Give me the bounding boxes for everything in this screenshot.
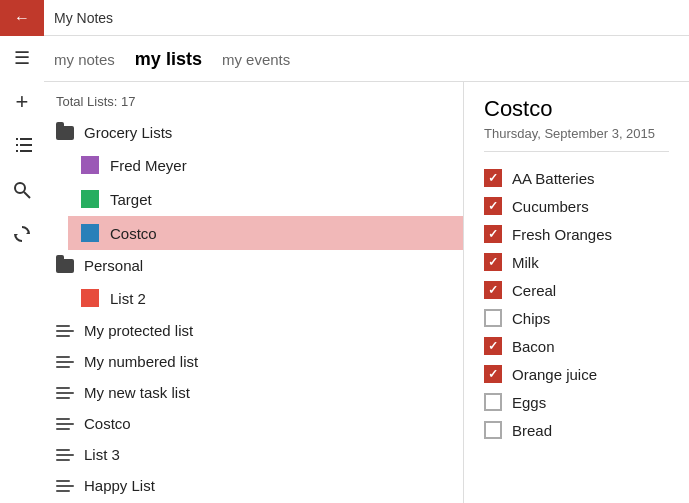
header: My Notes xyxy=(44,0,689,36)
total-count: Total Lists: 17 xyxy=(44,90,463,117)
list-item[interactable]: My numbered list xyxy=(44,346,463,377)
detail-panel: Costco Thursday, September 3, 2015 AA Ba… xyxy=(464,82,689,503)
main-area: My Notes my notes my lists my events Tot… xyxy=(44,0,689,503)
check-item[interactable]: AA Batteries xyxy=(484,164,669,192)
svg-rect-0 xyxy=(16,138,18,140)
svg-rect-4 xyxy=(16,150,18,152)
check-item-label: Milk xyxy=(512,254,539,271)
checkbox-bread[interactable] xyxy=(484,421,502,439)
svg-rect-3 xyxy=(20,144,32,146)
svg-line-7 xyxy=(24,192,30,198)
list-item[interactable]: Grocery Lists xyxy=(44,117,463,148)
tab-notes[interactable]: my notes xyxy=(54,51,115,76)
svg-point-6 xyxy=(15,183,25,193)
check-item-label: Bacon xyxy=(512,338,555,355)
list-item-label: My protected list xyxy=(84,322,193,339)
list-item[interactable]: Happy List xyxy=(44,470,463,501)
check-item-label: Fresh Oranges xyxy=(512,226,612,243)
list-item-label: List 3 xyxy=(84,446,120,463)
check-item[interactable]: Milk xyxy=(484,248,669,276)
checkbox-milk[interactable] xyxy=(484,253,502,271)
list-item[interactable]: My new task list xyxy=(44,377,463,408)
lines-icon xyxy=(56,356,74,368)
check-item[interactable]: Cereal xyxy=(484,276,669,304)
list-item-costco[interactable]: Costco xyxy=(68,216,463,250)
color-icon xyxy=(80,223,100,243)
list-item-label: Fred Meyer xyxy=(110,157,187,174)
list-item-label: Costco xyxy=(110,225,157,242)
checkbox-chips[interactable] xyxy=(484,309,502,327)
list-item-label: Personal xyxy=(84,257,143,274)
search-icon[interactable] xyxy=(0,168,44,212)
color-icon xyxy=(80,288,100,308)
list-item-label: Costco xyxy=(84,415,131,432)
check-item[interactable]: Bacon xyxy=(484,332,669,360)
checkbox-cucumbers[interactable] xyxy=(484,197,502,215)
check-item[interactable]: Chips xyxy=(484,304,669,332)
list-item[interactable]: Target xyxy=(68,182,463,216)
tab-events[interactable]: my events xyxy=(222,51,290,76)
checkbox-orange-juice[interactable] xyxy=(484,365,502,383)
add-icon[interactable]: + xyxy=(0,80,44,124)
list-icon[interactable] xyxy=(0,124,44,168)
check-item[interactable]: Fresh Oranges xyxy=(484,220,669,248)
check-item[interactable]: Eggs xyxy=(484,388,669,416)
content-area: Total Lists: 17 Grocery Lists Fred Meyer… xyxy=(44,82,689,503)
list-item[interactable]: Fred Meyer xyxy=(68,148,463,182)
list-item[interactable]: List 3 xyxy=(44,439,463,470)
check-item-label: AA Batteries xyxy=(512,170,595,187)
lists-panel: Total Lists: 17 Grocery Lists Fred Meyer… xyxy=(44,82,464,503)
color-icon xyxy=(80,189,100,209)
check-item-label: Cereal xyxy=(512,282,556,299)
tab-bar: my notes my lists my events xyxy=(44,36,689,82)
svg-rect-5 xyxy=(20,150,32,152)
folder-icon xyxy=(56,259,74,273)
lines-icon xyxy=(56,480,74,492)
check-item-label: Cucumbers xyxy=(512,198,589,215)
check-item[interactable]: Cucumbers xyxy=(484,192,669,220)
tab-lists[interactable]: my lists xyxy=(135,49,202,78)
list-item-label: Target xyxy=(110,191,152,208)
checkbox-fresh-oranges[interactable] xyxy=(484,225,502,243)
list-item-label: My numbered list xyxy=(84,353,198,370)
check-item[interactable]: Orange juice xyxy=(484,360,669,388)
color-swatch xyxy=(81,156,99,174)
detail-date: Thursday, September 3, 2015 xyxy=(484,126,669,152)
check-item-label: Bread xyxy=(512,422,552,439)
lines-icon xyxy=(56,325,74,337)
check-item-label: Chips xyxy=(512,310,550,327)
lines-icon xyxy=(56,449,74,461)
check-item-label: Orange juice xyxy=(512,366,597,383)
color-icon xyxy=(80,155,100,175)
back-button[interactable]: ← xyxy=(0,0,44,36)
color-swatch xyxy=(81,190,99,208)
checkbox-cereal[interactable] xyxy=(484,281,502,299)
checkbox-aa-batteries[interactable] xyxy=(484,169,502,187)
color-swatch xyxy=(81,289,99,307)
detail-title: Costco xyxy=(484,96,669,122)
check-item-label: Eggs xyxy=(512,394,546,411)
list-item[interactable]: My protected list xyxy=(44,315,463,346)
list-item-label: My new task list xyxy=(84,384,190,401)
color-swatch xyxy=(81,224,99,242)
list-item-label: Happy List xyxy=(84,477,155,494)
sidebar: ← ☰ + xyxy=(0,0,44,503)
svg-rect-2 xyxy=(16,144,18,146)
list-item-label: List 2 xyxy=(110,290,146,307)
lines-icon xyxy=(56,418,74,430)
list-item-label: Grocery Lists xyxy=(84,124,172,141)
lines-icon xyxy=(56,387,74,399)
sync-icon[interactable] xyxy=(0,212,44,256)
list-item[interactable]: Personal xyxy=(44,250,463,281)
svg-rect-1 xyxy=(20,138,32,140)
folder-icon xyxy=(56,126,74,140)
app-title: My Notes xyxy=(54,10,113,26)
check-item[interactable]: Bread xyxy=(484,416,669,444)
list-item[interactable]: List 2 xyxy=(68,281,463,315)
list-item[interactable]: Costco xyxy=(44,408,463,439)
checkbox-eggs[interactable] xyxy=(484,393,502,411)
checkbox-bacon[interactable] xyxy=(484,337,502,355)
menu-icon[interactable]: ☰ xyxy=(0,36,44,80)
